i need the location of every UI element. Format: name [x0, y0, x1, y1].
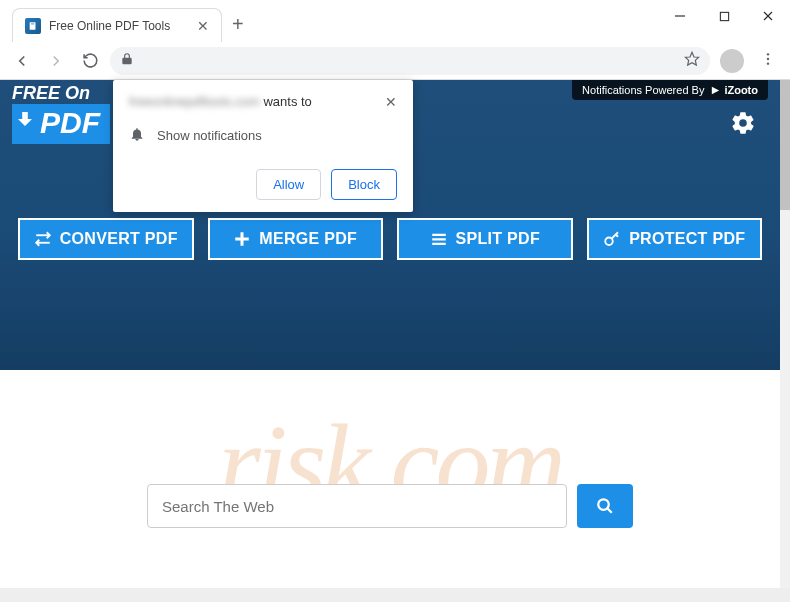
tab-favicon-icon	[25, 18, 41, 34]
logo-main-text: PDF	[12, 104, 110, 144]
new-tab-button[interactable]: +	[232, 13, 244, 36]
izooto-brand[interactable]: iZooto	[710, 84, 758, 96]
maximize-button[interactable]	[702, 0, 746, 32]
logo-top-text: FREE On	[12, 84, 110, 102]
block-button[interactable]: Block	[331, 169, 397, 200]
action-row: CONVERT PDF MERGE PDF SPLIT PDF PROTECT …	[0, 218, 780, 260]
statusbar	[0, 588, 790, 602]
allow-button[interactable]: Allow	[256, 169, 321, 200]
close-window-button[interactable]	[746, 0, 790, 32]
protect-pdf-button[interactable]: PROTECT PDF	[587, 218, 763, 260]
svg-line-20	[616, 235, 618, 237]
tab-close-icon[interactable]: ✕	[197, 18, 209, 34]
svg-marker-10	[712, 86, 719, 93]
permission-close-icon[interactable]: ✕	[385, 94, 397, 110]
bell-icon	[129, 126, 145, 145]
minimize-button[interactable]	[658, 0, 702, 32]
forward-button[interactable]	[42, 47, 70, 75]
svg-point-9	[767, 62, 769, 64]
svg-rect-15	[432, 234, 446, 236]
search-button[interactable]	[577, 484, 633, 528]
svg-rect-17	[432, 243, 446, 245]
scrollbar[interactable]	[780, 80, 790, 588]
svg-rect-0	[30, 22, 36, 30]
svg-rect-1	[31, 23, 34, 24]
reload-button[interactable]	[76, 47, 104, 75]
permission-label: Show notifications	[157, 128, 262, 143]
window-controls	[658, 0, 790, 32]
permission-row: Show notifications	[129, 126, 397, 145]
merge-pdf-button[interactable]: MERGE PDF	[208, 218, 384, 260]
search-icon	[596, 497, 614, 515]
address-bar[interactable]	[110, 47, 710, 75]
back-button[interactable]	[8, 47, 36, 75]
browser-toolbar	[0, 42, 790, 80]
svg-rect-16	[432, 238, 446, 240]
permission-origin: freeonlinepdftools.com wants to	[129, 94, 385, 109]
gear-icon[interactable]	[730, 110, 756, 140]
profile-avatar[interactable]	[720, 49, 744, 73]
permission-popup: freeonlinepdftools.com wants to ✕ Show n…	[113, 80, 413, 212]
menu-button[interactable]	[754, 51, 782, 71]
convert-pdf-button[interactable]: CONVERT PDF	[18, 218, 194, 260]
browser-tab[interactable]: Free Online PDF Tools ✕	[12, 8, 222, 42]
svg-rect-3	[720, 12, 728, 20]
notif-powered-label: Notifications Powered By	[582, 84, 704, 96]
svg-point-21	[598, 499, 609, 510]
menu-lines-icon	[430, 230, 448, 248]
svg-marker-6	[685, 52, 698, 65]
svg-line-22	[607, 508, 612, 513]
site-logo: FREE On PDF	[12, 84, 110, 144]
search-row	[147, 484, 633, 528]
notification-banner: Notifications Powered By iZooto	[572, 80, 768, 100]
svg-point-8	[767, 57, 769, 59]
search-input[interactable]	[147, 484, 567, 528]
lock-icon	[120, 52, 134, 70]
tab-title: Free Online PDF Tools	[49, 19, 189, 33]
swap-icon	[34, 230, 52, 248]
titlebar: Free Online PDF Tools ✕ +	[0, 0, 790, 42]
scroll-thumb[interactable]	[780, 80, 790, 210]
svg-rect-14	[236, 238, 250, 241]
split-pdf-button[interactable]: SPLIT PDF	[397, 218, 573, 260]
bookmark-star-icon[interactable]	[684, 51, 700, 71]
plus-icon	[233, 230, 251, 248]
svg-point-7	[767, 53, 769, 55]
key-icon	[603, 230, 621, 248]
lower-section: risk.com	[0, 370, 780, 588]
